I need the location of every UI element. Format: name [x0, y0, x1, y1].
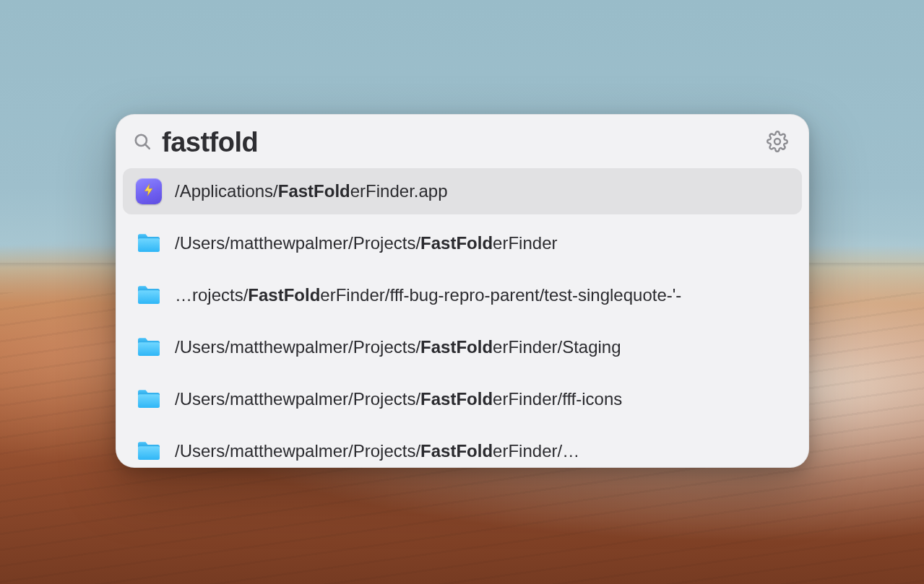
folder-icon: [136, 334, 162, 360]
result-path: /Users/matthewpalmer/Projects/FastFolder…: [175, 389, 789, 409]
svg-point-2: [774, 139, 780, 144]
folder-icon: [136, 282, 162, 308]
result-row[interactable]: /Users/matthewpalmer/Projects/FastFolder…: [123, 220, 802, 266]
folder-icon: [136, 386, 162, 412]
folder-icon: [136, 230, 162, 256]
result-path: /Users/matthewpalmer/Projects/FastFolder…: [175, 441, 789, 461]
result-path: /Users/matthewpalmer/Projects/FastFolder…: [175, 233, 789, 253]
result-row[interactable]: /Applications/FastFolderFinder.app: [123, 168, 802, 214]
search-row: [116, 114, 809, 168]
settings-button[interactable]: [763, 128, 792, 157]
svg-rect-5: [138, 342, 160, 356]
app-icon: [136, 178, 162, 204]
svg-rect-6: [138, 394, 160, 408]
result-path: /Applications/FastFolderFinder.app: [175, 181, 789, 201]
svg-rect-7: [138, 446, 160, 460]
result-row[interactable]: /Users/matthewpalmer/Projects/FastFolder…: [123, 376, 802, 422]
search-icon: [133, 132, 152, 154]
svg-rect-4: [138, 290, 160, 304]
result-row[interactable]: /Users/matthewpalmer/Projects/FastFolder…: [123, 428, 802, 468]
result-path: …rojects/FastFolderFinder/fff-bug-repro-…: [175, 285, 789, 305]
search-input[interactable]: [162, 127, 753, 158]
result-row[interactable]: /Users/matthewpalmer/Projects/FastFolder…: [123, 324, 802, 370]
result-path: /Users/matthewpalmer/Projects/FastFolder…: [175, 337, 789, 357]
result-row[interactable]: …rojects/FastFolderFinder/fff-bug-repro-…: [123, 272, 802, 318]
svg-rect-3: [138, 238, 160, 252]
lightning-icon: [142, 181, 156, 201]
results-list: /Applications/FastFolderFinder.app /User…: [116, 168, 809, 468]
launcher-panel: /Applications/FastFolderFinder.app /User…: [116, 114, 809, 468]
svg-line-1: [145, 144, 149, 148]
folder-icon: [136, 438, 162, 464]
gear-icon: [767, 131, 788, 154]
